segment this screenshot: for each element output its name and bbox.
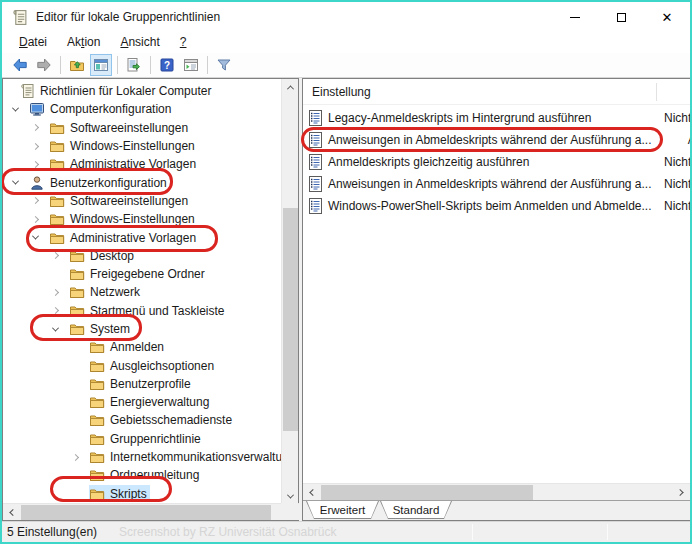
tree-item-content[interactable]: Ausgleichsoptionen <box>89 357 217 374</box>
chevron-down-icon[interactable] <box>49 327 62 332</box>
up-one-level-button[interactable] <box>66 54 88 76</box>
tree-item-administrative-vorlagen[interactable]: Administrative Vorlagen <box>3 228 282 246</box>
tree-item-content[interactable]: Anmelden <box>89 339 167 356</box>
tree-item-startmenü-und-taskleiste[interactable]: Startmenü und Taskleiste <box>3 302 282 320</box>
tree-item-skripts[interactable]: Skripts <box>3 485 282 503</box>
scrollbar-thumb[interactable] <box>321 485 533 500</box>
folder-icon <box>49 193 65 209</box>
scroll-up-icon[interactable] <box>282 79 299 96</box>
column-separator[interactable] <box>656 83 657 101</box>
tree-vertical-scrollbar[interactable] <box>281 79 298 505</box>
chevron-down-icon[interactable] <box>9 107 22 112</box>
tree-item-content[interactable]: Richtlinien für Lokaler Computer <box>19 83 214 100</box>
chevron-right-icon[interactable] <box>29 217 42 222</box>
tree-item-anmelden[interactable]: Anmelden <box>3 338 282 356</box>
tree-item-ordnerumleitung[interactable]: Ordnerumleitung <box>3 466 282 484</box>
tree-item-content[interactable]: Netzwerk <box>69 284 143 301</box>
tree-item-content[interactable]: System <box>69 321 133 338</box>
tree-item-system[interactable]: System <box>3 320 282 338</box>
minimize-button[interactable] <box>552 2 598 32</box>
tree-item-content[interactable]: Computerkonfiguration <box>29 101 174 118</box>
settings-count: 5 Einstellung(en) <box>7 525 97 539</box>
chevron-right-icon[interactable] <box>29 144 42 149</box>
tree-item-content[interactable]: Gebietsschemadienste <box>89 412 235 429</box>
close-button[interactable]: ✕ <box>644 2 690 32</box>
toolbar-separator <box>207 56 208 74</box>
tree-item-content[interactable]: Windows-Einstellungen <box>49 211 198 228</box>
back-button[interactable] <box>9 54 31 76</box>
tree-item-internetkommunikationsverwaltung[interactable]: Internetkommunikationsverwaltung <box>3 448 282 466</box>
chevron-down-icon[interactable] <box>29 235 42 240</box>
menu-datei[interactable]: Datei <box>11 33 55 52</box>
setting-row[interactable]: Legacy-Anmeldeskripts im Hintergrund aus… <box>303 107 691 129</box>
scroll-left-icon[interactable] <box>3 504 20 521</box>
tree-item-energieverwaltung[interactable]: Energieverwaltung <box>3 393 282 411</box>
toolbar-separator <box>60 56 61 74</box>
scrollbar-thumb[interactable] <box>283 208 298 431</box>
scroll-right-icon[interactable] <box>673 484 690 501</box>
tree-item-content[interactable]: Administrative Vorlagen <box>49 229 199 246</box>
tree-item-content[interactable]: Internetkommunikationsverwaltung <box>89 449 282 466</box>
export-list-button[interactable] <box>123 54 145 76</box>
forward-button[interactable] <box>33 54 55 76</box>
maximize-button[interactable] <box>598 2 644 32</box>
tab-erweitert[interactable]: Erweitert <box>307 501 378 518</box>
tree-item-benutzerkonfiguration[interactable]: Benutzerkonfiguration <box>3 173 282 191</box>
tree-item-content[interactable]: Ordnerumleitung <box>89 467 202 484</box>
column-header-einstellung[interactable]: Einstellung <box>312 85 371 99</box>
tree-item-content[interactable]: Skripts <box>89 485 150 502</box>
chevron-right-icon[interactable] <box>29 162 42 167</box>
chevron-right-icon[interactable] <box>29 125 42 130</box>
folder-icon <box>89 376 105 392</box>
setting-status: Nicht konfiguriert <box>659 151 691 173</box>
folder-icon <box>69 284 85 300</box>
menu-ansicht[interactable]: Ansicht <box>112 33 167 52</box>
tree-item-richtlinien-für-lokaler-computer[interactable]: Richtlinien für Lokaler Computer <box>3 82 282 100</box>
tree-item-windows-einstellungen[interactable]: Windows-Einstellungen <box>3 137 282 155</box>
tree-item-content[interactable]: Energieverwaltung <box>89 394 212 411</box>
tree-item-content[interactable]: Gruppenrichtlinie <box>89 430 204 447</box>
menu-?[interactable]: ? <box>172 33 195 52</box>
tree-item-benutzerprofile[interactable]: Benutzerprofile <box>3 375 282 393</box>
tab-standard[interactable]: Standard <box>381 501 451 518</box>
tree-item-desktop[interactable]: Desktop <box>3 247 282 265</box>
tree-item-content[interactable]: Benutzerkonfiguration <box>29 174 170 191</box>
tree-item-computerkonfiguration[interactable]: Computerkonfiguration <box>3 100 282 118</box>
setting-row[interactable]: Anweisungen in Anmeldeskripts während de… <box>303 173 691 195</box>
chevron-down-icon[interactable] <box>9 180 22 185</box>
tree-item-content[interactable]: Administrative Vorlagen <box>49 156 199 173</box>
show-window-button[interactable] <box>180 54 202 76</box>
chevron-right-icon[interactable] <box>69 455 82 460</box>
chevron-right-icon[interactable] <box>29 198 42 203</box>
tree-item-content[interactable]: Startmenü und Taskleiste <box>69 302 228 319</box>
tree-item-gebietsschemadienste[interactable]: Gebietsschemadienste <box>3 411 282 429</box>
setting-row[interactable]: Windows-PowerShell-Skripts beim Anmelden… <box>303 195 691 217</box>
tree-item-ausgleichsoptionen[interactable]: Ausgleichsoptionen <box>3 356 282 374</box>
show-console-tree-button[interactable] <box>90 54 112 76</box>
tree-item-content[interactable]: Desktop <box>69 247 137 264</box>
menu-aktion[interactable]: Aktion <box>59 33 108 52</box>
chevron-right-icon[interactable] <box>49 290 62 295</box>
tree-item-content[interactable]: Softwareeinstellungen <box>49 192 191 209</box>
tree-item-freigegebene-ordner[interactable]: Freigegebene Ordner <box>3 265 282 283</box>
tree-item-content[interactable]: Benutzerprofile <box>89 375 194 392</box>
chevron-right-icon[interactable] <box>49 308 62 313</box>
tree-item-content[interactable]: Softwareeinstellungen <box>49 119 191 136</box>
help-button[interactable]: ? <box>156 54 178 76</box>
tree-item-softwareeinstellungen[interactable]: Softwareeinstellungen <box>3 192 282 210</box>
chevron-right-icon[interactable] <box>49 253 62 258</box>
tree-item-softwareeinstellungen[interactable]: Softwareeinstellungen <box>3 119 282 137</box>
setting-row[interactable]: Anmeldeskripts gleichzeitig ausführenNic… <box>303 151 691 173</box>
tree-horizontal-scrollbar[interactable] <box>3 503 299 520</box>
tree-item-windows-einstellungen[interactable]: Windows-Einstellungen <box>3 210 282 228</box>
tree-item-netzwerk[interactable]: Netzwerk <box>3 283 282 301</box>
setting-row[interactable]: Anweisungen in Abmeldeskripts während de… <box>303 129 691 151</box>
tree-item-administrative-vorlagen[interactable]: Administrative Vorlagen <box>3 155 282 173</box>
tree-item-gruppenrichtlinie[interactable]: Gruppenrichtlinie <box>3 430 282 448</box>
scroll-left-icon[interactable] <box>303 484 320 501</box>
filter-settings-button[interactable] <box>213 54 235 76</box>
list-horizontal-scrollbar[interactable] <box>303 483 690 500</box>
tree-item-content[interactable]: Freigegebene Ordner <box>69 266 208 283</box>
tree-item-content[interactable]: Windows-Einstellungen <box>49 138 198 155</box>
scrollbar-thumb[interactable] <box>21 505 271 520</box>
